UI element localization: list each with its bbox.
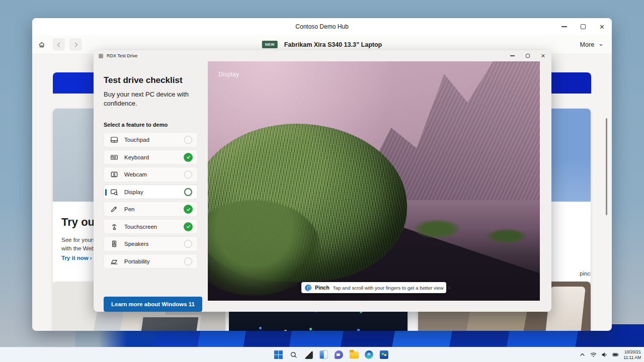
learn-more-button[interactable]: Learn more about Windows 11 xyxy=(104,297,202,312)
checklist-heading: Test drive checklist xyxy=(104,75,198,85)
back-button[interactable] xyxy=(52,38,65,51)
chevron-left-icon xyxy=(55,41,62,48)
state-indicator xyxy=(184,222,193,231)
home-button[interactable] xyxy=(35,38,48,51)
section-label: Select a feature to demo xyxy=(104,122,198,128)
pinch-toast: Pinch Tap and scroll with your fingers t… xyxy=(301,282,446,293)
speakers-icon xyxy=(110,240,118,248)
pinch-icon xyxy=(305,285,311,291)
minimize-icon[interactable] xyxy=(561,26,567,27)
maximize-icon[interactable] xyxy=(526,54,530,58)
clock[interactable]: 10/20/21 11:11 AM xyxy=(623,349,641,360)
rdx-titlebar[interactable]: RDX Test Drive ✕ xyxy=(94,50,551,61)
forward-button[interactable] xyxy=(69,38,82,51)
more-menu[interactable]: More ⌄ xyxy=(580,41,604,48)
state-indicator xyxy=(184,188,193,197)
state-indicator xyxy=(184,239,193,248)
tray-chevron-up-icon[interactable] xyxy=(579,351,586,358)
checklist-item-webcam[interactable]: Webcam xyxy=(104,167,198,182)
rdx-test-drive-window: RDX Test Drive ✕ Test drive checklist Bu… xyxy=(94,50,551,312)
product-title: Fabrikam Xira S340 13.3” Laptop xyxy=(284,41,382,48)
scene-label: Display xyxy=(218,71,239,78)
checklist-item-display[interactable]: Display xyxy=(104,185,198,200)
more-label: More xyxy=(580,41,594,48)
checklist-panel: Test drive checklist Buy your next PC de… xyxy=(94,61,208,312)
display-icon xyxy=(110,188,118,196)
toast-title: Pinch xyxy=(315,285,330,291)
try-it-now-link[interactable]: Try it now › xyxy=(61,255,92,261)
home-icon xyxy=(38,41,45,48)
maximize-icon[interactable] xyxy=(581,24,586,29)
portability-icon xyxy=(110,257,118,265)
touchscreen-icon xyxy=(110,223,118,231)
checklist-item-portability[interactable]: Portability xyxy=(104,254,198,269)
system-tray: 10/20/21 11:11 AM xyxy=(579,349,641,360)
taskbar: 10/20/21 11:11 AM xyxy=(0,347,644,362)
battery-icon[interactable] xyxy=(612,351,619,358)
pen-icon xyxy=(110,205,118,213)
chat-icon[interactable] xyxy=(334,350,344,359)
start-icon[interactable] xyxy=(274,350,283,359)
checklist-item-touchscreen[interactable]: Touchscreen xyxy=(104,219,198,234)
state-indicator xyxy=(184,135,193,144)
toast-text: Tap and scroll with your fingers to get … xyxy=(333,285,444,291)
keyboard-icon xyxy=(110,153,118,161)
webcam-icon xyxy=(110,170,118,178)
display-demo-viewport[interactable]: Display Pinch Tap and scroll with your f… xyxy=(208,61,540,301)
vertical-scrollbar[interactable] xyxy=(606,118,607,215)
store-icon[interactable] xyxy=(379,350,389,359)
state-indicator xyxy=(184,153,193,162)
new-badge: NEW xyxy=(262,41,278,48)
grass-tuft xyxy=(487,229,526,243)
close-icon[interactable]: ✕ xyxy=(599,24,605,30)
grass-tuft xyxy=(414,219,460,238)
close-icon[interactable]: ✕ xyxy=(541,53,545,59)
card-text-line1: See for yours xyxy=(61,237,96,243)
minimize-icon[interactable] xyxy=(510,55,515,56)
tray-time: 11:11 AM xyxy=(623,355,641,360)
app-icon xyxy=(99,54,103,58)
edge-icon[interactable] xyxy=(364,350,374,359)
checklist-item-speakers[interactable]: Speakers xyxy=(104,236,198,251)
checklist-item-pen[interactable]: Pen xyxy=(104,202,198,217)
touchpad-icon xyxy=(110,136,118,144)
checklist-item-keyboard[interactable]: Keyboard xyxy=(104,150,198,165)
rdx-window-title: RDX Test Drive xyxy=(107,53,137,58)
tray-date: 10/20/21 xyxy=(623,349,641,355)
state-indicator xyxy=(184,170,193,179)
widgets-icon[interactable] xyxy=(319,350,329,359)
file-explorer-icon[interactable] xyxy=(349,350,359,359)
search-icon[interactable] xyxy=(289,350,298,359)
wifi-icon[interactable] xyxy=(590,351,597,358)
volume-icon[interactable] xyxy=(601,351,608,358)
state-indicator xyxy=(184,205,193,214)
task-view-icon[interactable] xyxy=(304,350,313,359)
card-text-fragment: pinch, and xyxy=(580,270,591,277)
chevron-right-icon xyxy=(72,41,79,48)
checklist-subtitle: Buy your next PC device with confidence. xyxy=(104,90,193,108)
card-text-line2: with the Web xyxy=(61,245,95,251)
state-indicator xyxy=(184,257,193,266)
window-controls: ✕ xyxy=(561,18,605,35)
feature-list: Touchpad Keyboard Webcam Display Pen Tou… xyxy=(104,132,198,268)
toast-close-icon[interactable]: ✕ xyxy=(447,285,451,291)
titlebar[interactable]: Contoso Demo Hub ✕ xyxy=(32,18,612,35)
checklist-item-touchpad[interactable]: Touchpad xyxy=(104,132,198,147)
window-title: Contoso Demo Hub xyxy=(295,23,348,30)
